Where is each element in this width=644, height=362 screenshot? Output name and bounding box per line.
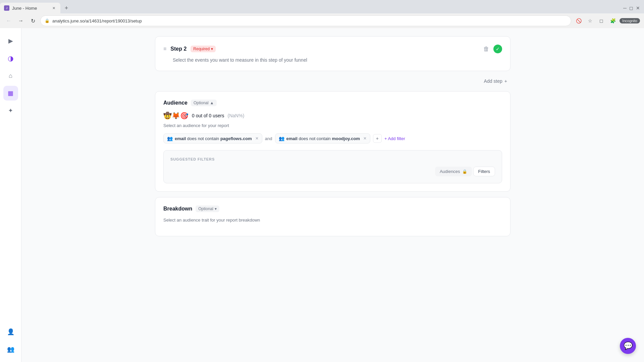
breakdown-card: Breakdown Optional ▾ Select an audience … <box>155 197 511 236</box>
forward-button[interactable]: → <box>16 16 25 25</box>
audiences-tab[interactable]: Audiences 🔒 <box>435 167 472 176</box>
step2-required-badge[interactable]: Required ▾ <box>191 46 216 52</box>
lock-icon: 🔒 <box>462 169 467 174</box>
filter-chip-2[interactable]: 👥 email does not contain moodjoy.com ✕ <box>275 133 370 143</box>
sparkle-icon: ✦ <box>8 107 13 114</box>
audience-badge-chevron: ▲ <box>210 101 214 105</box>
audience-users-row: 🤠 🦊 🎯 0 out of 0 users (NaN%) <box>163 112 502 120</box>
sidebar-item-loading: ◑ <box>3 51 18 66</box>
camera-blocked-icon[interactable]: 🚫 <box>574 16 583 25</box>
minimize-button[interactable]: ─ <box>623 5 627 11</box>
step2-actions: 🗑 ✓ <box>483 45 502 53</box>
audiences-tab-label: Audiences <box>440 169 460 174</box>
sidebar-item-home[interactable]: ⌂ <box>3 68 18 83</box>
sidebar: ▶ ◑ ⌂ ▦ ✦ 👤 👥 <box>0 28 21 362</box>
step2-description: Select the events you want to measure in… <box>173 57 502 63</box>
close-window-button[interactable]: ✕ <box>636 5 640 11</box>
profile-icon[interactable]: ◻ <box>597 16 606 25</box>
groups-icon: 👥 <box>7 346 14 353</box>
loading-icon: ◑ <box>8 54 13 62</box>
add-filter-link[interactable]: + Add filter <box>384 136 405 141</box>
step2-badge-chevron: ▾ <box>211 47 213 51</box>
reload-button[interactable]: ↻ <box>28 16 38 25</box>
window-controls: ─ ◻ ✕ <box>623 5 644 11</box>
back-button[interactable]: ← <box>4 16 13 25</box>
breakdown-optional-badge[interactable]: Optional ▾ <box>196 205 219 212</box>
address-box[interactable]: 🔒 analytics.june.so/a/14631/report/19001… <box>40 15 571 26</box>
breakdown-header: Breakdown Optional ▾ <box>163 205 502 212</box>
address-bar-row: ← → ↻ 🔒 analytics.june.so/a/14631/report… <box>0 13 644 28</box>
chat-bubble-button[interactable]: 💬 <box>620 338 636 354</box>
filter-and-label: and <box>265 136 272 141</box>
tab-favicon: J <box>4 5 9 11</box>
filters-tab[interactable]: Filters <box>473 167 495 176</box>
step2-title: Step 2 <box>170 46 186 52</box>
audience-title: Audience <box>163 100 187 106</box>
expand-icon: ▶ <box>8 37 13 45</box>
users-nan: (NaN%) <box>228 113 245 118</box>
step2-card: ≡ Step 2 Required ▾ 🗑 ✓ Select the event… <box>155 36 511 71</box>
new-tab-button[interactable]: + <box>62 3 71 13</box>
browser-tab[interactable]: J June - Home ✕ <box>0 3 60 13</box>
incognito-badge: Incognito <box>620 18 640 23</box>
sidebar-item-users[interactable]: 👤 <box>3 324 18 339</box>
chat-bubble-icon: 💬 <box>624 342 633 350</box>
filter-chip-1-field: email does not contain pageflows.com <box>175 136 252 141</box>
restore-button[interactable]: ◻ <box>629 5 633 11</box>
add-step-button[interactable]: Add step + <box>481 76 511 86</box>
breakdown-badge-chevron: ▾ <box>215 206 217 211</box>
add-step-plus-icon: + <box>504 78 507 84</box>
breakdown-optional-label: Optional <box>198 206 213 211</box>
filter-add-more-button[interactable]: + <box>373 134 382 143</box>
add-step-row: Add step + <box>155 76 511 86</box>
breakdown-description: Select an audience trait for your report… <box>163 218 502 223</box>
tab-bar: J June - Home ✕ + ─ ◻ ✕ <box>0 0 644 13</box>
avatar-2: 🦊 <box>172 112 180 120</box>
sidebar-item-expand[interactable]: ▶ <box>3 34 18 48</box>
audience-optional-badge[interactable]: Optional ▲ <box>191 100 217 106</box>
browser-chrome: J June - Home ✕ + ─ ◻ ✕ ← → ↻ 🔒 analytic… <box>0 0 644 28</box>
lock-icon: 🔒 <box>45 18 50 23</box>
avatar-3: 🎯 <box>180 112 189 120</box>
audience-card: Audience Optional ▲ 🤠 🦊 🎯 0 out of 0 use… <box>155 91 511 192</box>
add-filter-label: + Add filter <box>384 136 405 141</box>
step2-check-icon: ✓ <box>493 45 502 53</box>
tab-close-button[interactable]: ✕ <box>51 5 56 11</box>
avatar-1: 🤠 <box>163 112 172 120</box>
filters-row: 👥 email does not contain pageflows.com ✕… <box>163 133 502 143</box>
reports-icon: ▦ <box>8 89 13 97</box>
app-layout: ▶ ◑ ⌂ ▦ ✦ 👤 👥 ≡ Step 2 <box>0 28 644 362</box>
browser-icons: 🚫 ☆ ◻ 🧩 Incognito <box>574 16 640 25</box>
add-step-label: Add step <box>484 78 502 84</box>
filter-chip-1-icon: 👥 <box>167 136 173 141</box>
breakdown-title: Breakdown <box>163 206 192 212</box>
main-content: ≡ Step 2 Required ▾ 🗑 ✓ Select the event… <box>21 28 644 362</box>
users-icon: 👤 <box>7 328 14 336</box>
step2-drag-handle[interactable]: ≡ <box>163 46 166 52</box>
filters-tab-label: Filters <box>478 169 490 174</box>
extensions-icon[interactable]: 🧩 <box>608 16 618 25</box>
home-icon: ⌂ <box>9 72 12 79</box>
audience-select-text: Select an audience for your report <box>163 123 502 128</box>
step2-header: ≡ Step 2 Required ▾ 🗑 ✓ <box>163 45 502 53</box>
users-count: 0 out of 0 users <box>192 113 224 118</box>
sidebar-item-sparkle[interactable]: ✦ <box>3 103 18 118</box>
filter-chip-2-field: email does not contain moodjoy.com <box>286 136 360 141</box>
sidebar-item-groups[interactable]: 👥 <box>3 342 18 357</box>
suggested-filters-label: SUGGESTED FILTERS <box>170 157 495 161</box>
tab-title: June - Home <box>12 6 48 11</box>
filter-chip-1-remove[interactable]: ✕ <box>255 136 259 141</box>
user-avatars: 🤠 🦊 🎯 <box>163 112 189 120</box>
filter-chip-2-remove[interactable]: ✕ <box>363 136 367 141</box>
audience-header: Audience Optional ▲ <box>163 100 502 106</box>
content-inner: ≡ Step 2 Required ▾ 🗑 ✓ Select the event… <box>155 36 511 242</box>
step2-delete-button[interactable]: 🗑 <box>483 46 489 53</box>
filter-chip-2-icon: 👥 <box>279 136 284 141</box>
sidebar-item-reports[interactable]: ▦ <box>3 86 18 101</box>
step2-required-label: Required <box>193 47 210 51</box>
audience-optional-label: Optional <box>194 101 209 105</box>
suggested-filters-box: SUGGESTED FILTERS Audiences 🔒 Filters <box>163 150 502 183</box>
bookmark-icon[interactable]: ☆ <box>585 16 595 25</box>
filter-chip-1[interactable]: 👥 email does not contain pageflows.com ✕ <box>163 133 262 143</box>
suggested-tabs: Audiences 🔒 Filters <box>170 167 495 176</box>
